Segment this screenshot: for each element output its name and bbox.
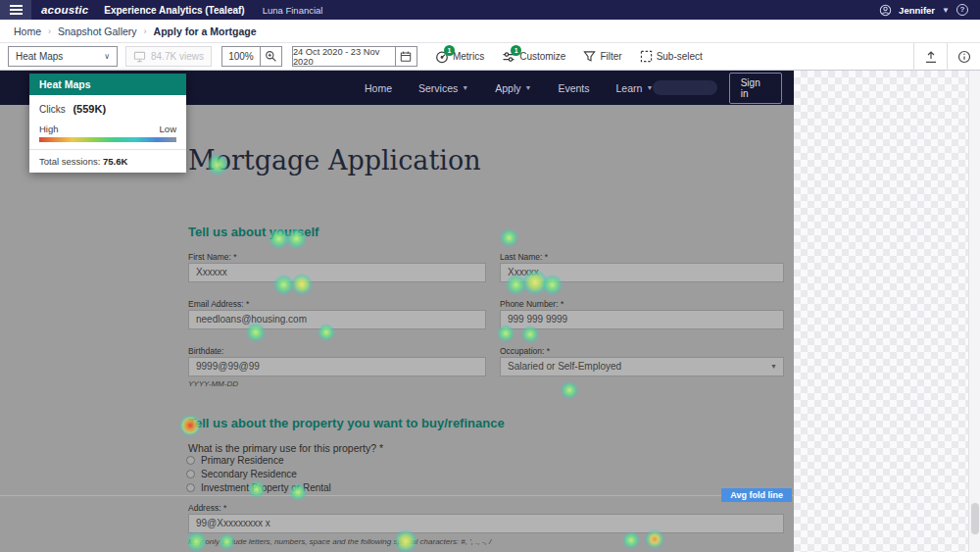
breadcrumb-separator-icon: › bbox=[144, 26, 147, 36]
radio-secondary-residence[interactable]: Secondary Residence bbox=[186, 469, 297, 479]
brand-logo: acoustic bbox=[41, 4, 88, 16]
site-nav-home[interactable]: Home bbox=[365, 82, 392, 94]
breadcrumb: Home › Snapshot Gallery › Apply for a Mo… bbox=[0, 20, 980, 43]
dropdown-caret-icon: ▼ bbox=[462, 84, 468, 91]
total-sessions-value: 75.6K bbox=[103, 156, 127, 167]
sign-in-button[interactable]: Sign in bbox=[729, 73, 782, 104]
export-button[interactable] bbox=[913, 43, 947, 71]
chevron-down-icon: ∨ bbox=[104, 52, 110, 61]
radio-investment-property[interactable]: Investment Property or Rental bbox=[186, 482, 331, 493]
calendar-button[interactable] bbox=[396, 46, 417, 67]
email-label: Email Address: * bbox=[188, 299, 249, 309]
dropdown-caret-icon: ▼ bbox=[646, 84, 653, 91]
select-caret-icon: ▼ bbox=[770, 358, 777, 376]
legend-gradient-bar bbox=[39, 137, 176, 142]
radio-label: Secondary Residence bbox=[201, 469, 297, 479]
help-icon[interactable]: ? bbox=[956, 4, 968, 16]
app-window: acoustic Experience Analytics (Tealeaf) … bbox=[0, 0, 980, 552]
app-bar: acoustic Experience Analytics (Tealeaf) … bbox=[0, 0, 980, 20]
view-mode-value: Heat Maps bbox=[16, 51, 63, 62]
birthdate-field[interactable]: 9999@99@99 bbox=[188, 357, 486, 376]
email-field[interactable]: needloans@housing.com bbox=[188, 310, 486, 329]
subselect-button[interactable]: Sub-select bbox=[640, 50, 703, 63]
legend-metric: Clicks (559K) bbox=[39, 103, 176, 115]
dropdown-caret-icon: ▼ bbox=[524, 84, 531, 91]
user-name[interactable]: Jennifer bbox=[899, 5, 935, 16]
radio-button-icon[interactable] bbox=[186, 456, 195, 465]
site-nav-services[interactable]: Services▼ bbox=[418, 82, 468, 94]
primary-use-question: What is the primary use for this propert… bbox=[188, 442, 383, 454]
legend-high-label: High bbox=[39, 124, 59, 134]
heatmap-legend-panel: Heat Maps Clicks (559K) High Low Total s… bbox=[29, 74, 186, 173]
subselect-region-icon bbox=[640, 50, 653, 63]
first-name-field[interactable]: Xxxxxx bbox=[188, 263, 486, 282]
scrollbar-thumb[interactable] bbox=[971, 503, 979, 534]
birthdate-hint: YYYY-MM-DD bbox=[188, 379, 238, 388]
phone-label: Phone Number: * bbox=[500, 299, 564, 309]
customize-label: Customize bbox=[519, 51, 565, 62]
monitor-icon bbox=[133, 51, 146, 63]
breadcrumb-snapshot-gallery[interactable]: Snapshot Gallery bbox=[58, 25, 137, 37]
page-title: Mortgage Application bbox=[188, 145, 481, 176]
filter-funnel-icon bbox=[583, 50, 596, 63]
breadcrumb-home[interactable]: Home bbox=[14, 25, 41, 37]
info-button[interactable] bbox=[947, 43, 980, 71]
address-hint: May only include letters, numbers, space… bbox=[188, 537, 491, 546]
metrics-button[interactable]: 1 Metrics bbox=[435, 50, 484, 64]
customize-badge: 1 bbox=[511, 45, 521, 56]
legend-title: Heat Maps bbox=[29, 74, 186, 95]
site-nav-learn[interactable]: Learn▼ bbox=[616, 82, 654, 94]
date-range-value: 24 Oct 2020 - 23 Nov 2020 bbox=[293, 47, 395, 67]
address-field[interactable]: 99@Xxxxxxxxx x bbox=[188, 514, 784, 533]
product-title: Experience Analytics (Tealeaf) bbox=[104, 5, 244, 16]
breadcrumb-separator-icon: › bbox=[48, 26, 51, 36]
calendar-icon bbox=[400, 50, 412, 63]
total-sessions-label: Total sessions: bbox=[39, 156, 100, 167]
radio-label: Investment Property or Rental bbox=[201, 482, 331, 493]
filter-label: Filter bbox=[600, 51, 621, 62]
occupation-select[interactable]: Salaried or Self-Employed ▼ bbox=[500, 357, 784, 376]
avg-fold-badge: Avg fold line bbox=[721, 488, 792, 502]
transparency-checkerboard bbox=[794, 71, 968, 552]
date-range-input[interactable]: 24 Oct 2020 - 23 Nov 2020 bbox=[292, 46, 396, 67]
site-search-input[interactable] bbox=[653, 80, 716, 95]
chevron-down-icon[interactable]: ▼ bbox=[942, 6, 950, 15]
legend-low-label: Low bbox=[160, 124, 176, 134]
hamburger-menu-icon[interactable] bbox=[0, 0, 31, 20]
last-name-field[interactable]: Xxxxxx bbox=[500, 263, 784, 282]
occupation-value: Salaried or Self-Employed bbox=[508, 361, 621, 372]
breadcrumb-current-page: Apply for a Mortgage bbox=[154, 25, 257, 37]
legend-total-sessions: Total sessions: 75.6K bbox=[29, 149, 186, 173]
export-icon bbox=[924, 50, 938, 64]
view-mode-select[interactable]: Heat Maps ∨ bbox=[8, 46, 118, 67]
magnifier-plus-icon bbox=[265, 50, 277, 63]
occupation-label: Occupation: * bbox=[500, 346, 550, 356]
info-icon bbox=[957, 50, 971, 64]
views-count-label: 84.7K views bbox=[151, 51, 204, 62]
birthdate-label: Birthdate: bbox=[188, 346, 223, 356]
legend-metric-name: Clicks bbox=[39, 104, 66, 115]
radio-primary-residence[interactable]: Primary Residence bbox=[186, 455, 283, 466]
radio-button-icon[interactable] bbox=[186, 483, 195, 492]
subselect-label: Sub-select bbox=[657, 51, 703, 62]
customize-button[interactable]: 1 Customize bbox=[502, 50, 565, 64]
site-nav-apply[interactable]: Apply▼ bbox=[495, 82, 531, 94]
workspace-name: Luna Financial bbox=[263, 5, 323, 16]
zoom-magnifier-button[interactable] bbox=[261, 46, 282, 67]
radio-label: Primary Residence bbox=[201, 455, 283, 466]
site-nav-events[interactable]: Events bbox=[558, 82, 589, 94]
radio-button-icon[interactable] bbox=[186, 470, 195, 478]
avg-fold-line bbox=[0, 495, 794, 496]
views-count-button[interactable]: 84.7K views bbox=[125, 46, 212, 67]
heatmap-viewport: Home Services▼ Apply▼ Events Learn▼ Sign… bbox=[0, 71, 980, 552]
phone-field[interactable]: 999 999 9999 bbox=[500, 310, 784, 329]
legend-metric-value: (559K) bbox=[73, 103, 106, 115]
user-avatar-icon[interactable] bbox=[879, 4, 892, 17]
metrics-label: Metrics bbox=[453, 51, 484, 62]
zoom-level-input[interactable]: 100% bbox=[221, 46, 261, 67]
first-name-label: First Name: * bbox=[188, 252, 237, 262]
filter-button[interactable]: Filter bbox=[583, 50, 621, 63]
section-about-property: Tell us about the property you want to b… bbox=[188, 416, 505, 430]
vertical-scrollbar[interactable] bbox=[968, 71, 980, 552]
last-name-label: Last Name: * bbox=[500, 252, 548, 262]
